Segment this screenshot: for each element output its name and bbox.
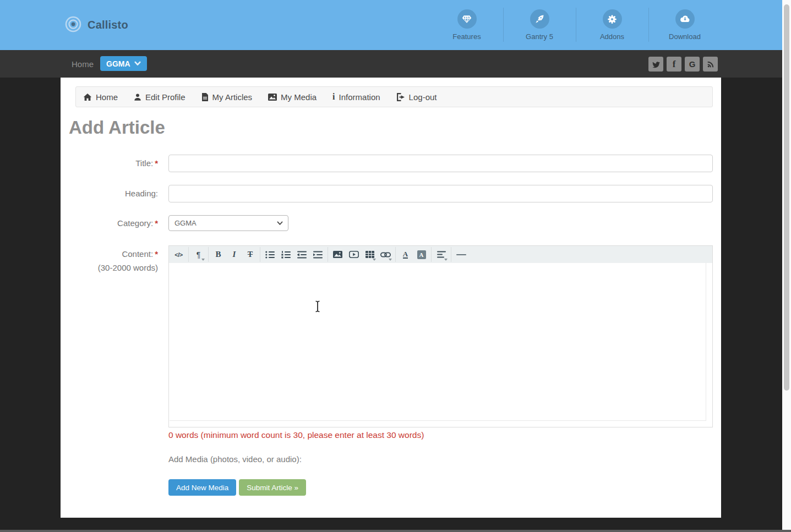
text-cursor — [314, 300, 321, 315]
category-select-wrap: GGMA — [168, 215, 288, 231]
cloud-download-icon — [675, 9, 695, 29]
toolbar-separator — [395, 247, 396, 262]
home-icon — [83, 93, 92, 101]
toolbar-separator — [328, 247, 328, 262]
title-input[interactable] — [168, 155, 713, 172]
file-text-icon — [201, 93, 209, 101]
insert-video-icon[interactable] — [346, 247, 361, 262]
view-html-icon[interactable]: </> — [171, 247, 186, 262]
italic-icon[interactable]: I — [227, 247, 242, 262]
content-hint: (30-2000 words) — [61, 262, 158, 273]
page: Callisto Features Ga — [0, 0, 791, 532]
indent-icon[interactable] — [310, 247, 325, 262]
menu-item-information[interactable]: i Information — [332, 92, 380, 102]
nav-label: Addons — [600, 32, 624, 41]
category-select[interactable]: GGMA — [168, 215, 288, 231]
menu-item-my-media[interactable]: My Media — [268, 92, 317, 102]
outdent-icon[interactable] — [294, 247, 309, 262]
toolbar-separator — [208, 247, 209, 262]
menu-label: Edit Profile — [145, 92, 186, 102]
window-bottom-edge — [0, 530, 791, 532]
background-color-icon[interactable]: A — [414, 247, 429, 262]
nav-item-download[interactable]: Download — [648, 0, 721, 50]
strikethrough-icon[interactable]: T — [243, 247, 258, 262]
bold-icon[interactable]: B — [211, 247, 226, 262]
menu-label: My Articles — [212, 92, 253, 102]
navbar-ggma-dropdown[interactable]: GGMA — [100, 56, 147, 71]
nav-label: Download — [669, 32, 701, 41]
scrollbar-thumb[interactable] — [784, 4, 789, 391]
user-menubar: Home Edit Profile My Articles — [75, 86, 713, 107]
menu-label: Log-out — [409, 92, 437, 102]
create-link-icon[interactable] — [378, 247, 393, 262]
toolbar-separator — [188, 247, 189, 262]
diamond-icon — [457, 9, 477, 29]
navbar-home-link[interactable]: Home — [72, 50, 94, 78]
social-links: f G — [648, 57, 718, 72]
title-label: Title:* — [61, 158, 158, 169]
editor-toolbar: </> ¶ B I T — [169, 246, 712, 263]
content-label: Content:* — [61, 249, 158, 260]
brand-name: Callisto — [88, 19, 128, 31]
page-title: Add Article — [69, 117, 165, 138]
bullseye-logo-icon — [65, 16, 81, 35]
category-label: Category:* — [61, 218, 158, 229]
menu-label: My Media — [281, 92, 317, 102]
chevron-down-icon — [134, 61, 141, 66]
rss-icon[interactable] — [703, 57, 718, 72]
insert-image-icon[interactable] — [330, 247, 345, 262]
rocket-icon — [530, 9, 549, 29]
heading-label: Heading: — [61, 188, 158, 199]
required-asterisk: * — [155, 249, 158, 259]
toolbar-separator — [260, 247, 260, 262]
add-new-media-button[interactable]: Add New Media — [168, 479, 236, 496]
content-card: Home Edit Profile My Articles — [61, 78, 721, 518]
horizontal-rule-icon[interactable] — [454, 247, 468, 262]
twitter-icon[interactable] — [648, 57, 663, 72]
dropdown-label: GGMA — [106, 59, 130, 68]
text-color-icon[interactable]: A — [398, 247, 413, 262]
toolbar-separator — [451, 247, 451, 262]
required-asterisk: * — [155, 158, 158, 168]
header-divider — [576, 8, 576, 42]
brand-logo[interactable]: Callisto — [65, 0, 128, 50]
google-icon[interactable]: G — [685, 57, 700, 72]
toolbar-separator — [431, 247, 432, 262]
menu-label: Home — [96, 92, 118, 102]
paragraph-format-icon[interactable]: ¶ — [191, 247, 206, 262]
info-icon: i — [332, 92, 335, 101]
content-editor: </> ¶ B I T — [168, 245, 713, 427]
add-media-label: Add Media (photos, video, or audio): — [168, 454, 302, 464]
menu-item-my-articles[interactable]: My Articles — [201, 92, 253, 102]
gear-icon — [603, 9, 622, 29]
submit-article-button[interactable]: Submit Article » — [239, 479, 306, 496]
heading-input[interactable] — [168, 185, 713, 202]
form-actions: Add New Media Submit Article » — [168, 479, 306, 496]
user-icon — [134, 93, 141, 101]
editor-text-area[interactable] — [170, 263, 706, 421]
insert-table-icon[interactable] — [362, 247, 377, 262]
nav-item-features[interactable]: Features — [430, 0, 503, 50]
menu-item-home[interactable]: Home — [83, 92, 118, 102]
ordered-list-icon[interactable] — [279, 247, 293, 262]
menu-item-logout[interactable]: Log-out — [396, 92, 437, 102]
nav-item-addons[interactable]: Addons — [576, 0, 648, 50]
required-asterisk: * — [155, 218, 158, 228]
sign-out-icon — [396, 93, 405, 101]
facebook-icon[interactable]: f — [667, 57, 681, 72]
main-navbar: Home GGMA f G — [0, 50, 782, 78]
scrollbar-track[interactable] — [782, 0, 791, 532]
header-divider — [648, 8, 649, 42]
unordered-list-icon[interactable] — [263, 247, 277, 262]
nav-item-gantry5[interactable]: Gantry 5 — [503, 0, 576, 50]
menu-item-edit-profile[interactable]: Edit Profile — [134, 92, 186, 102]
nav-label: Gantry 5 — [526, 32, 553, 41]
menu-label: Information — [339, 92, 380, 102]
word-count-warning: 0 words (minimum word count is 30, pleas… — [168, 430, 424, 440]
site-header: Callisto Features Ga — [0, 0, 782, 50]
align-left-icon[interactable] — [434, 247, 449, 262]
header-divider — [503, 8, 504, 42]
image-icon — [268, 94, 277, 101]
nav-label: Features — [452, 32, 481, 41]
